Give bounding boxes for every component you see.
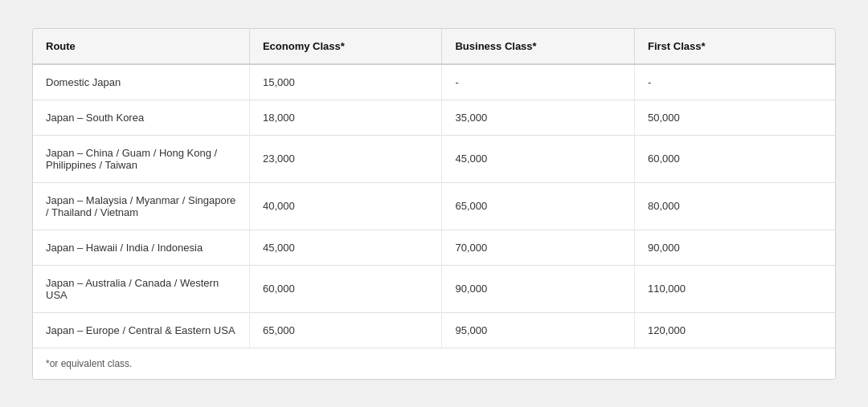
cell-first: 60,000: [634, 135, 835, 182]
header-route: Route: [33, 29, 249, 64]
cell-business: 35,000: [442, 100, 635, 135]
header-economy: Economy Class*: [249, 29, 442, 64]
cell-business: -: [442, 64, 635, 100]
cell-route: Japan – China / Guam / Hong Kong / Phili…: [33, 135, 249, 182]
table-row: Domestic Japan15,000--: [33, 64, 835, 100]
award-chart-table: Route Economy Class* Business Class* Fir…: [32, 28, 836, 380]
cell-first: 90,000: [634, 230, 835, 265]
cell-route: Japan – Australia / Canada / Western USA: [33, 265, 249, 312]
table-row: Japan – Europe / Central & Eastern USA65…: [33, 312, 835, 348]
cell-economy: 45,000: [249, 230, 442, 265]
cell-first: 50,000: [634, 100, 835, 135]
cell-business: 95,000: [442, 312, 635, 348]
cell-economy: 40,000: [249, 182, 442, 230]
table-row: Japan – Hawaii / India / Indonesia45,000…: [33, 230, 835, 265]
cell-route: Japan – South Korea: [33, 100, 249, 135]
cell-first: 120,000: [634, 312, 835, 348]
table-row: Japan – China / Guam / Hong Kong / Phili…: [33, 135, 835, 182]
table-header-row: Route Economy Class* Business Class* Fir…: [33, 29, 835, 64]
cell-economy: 15,000: [249, 64, 442, 100]
cell-economy: 65,000: [249, 312, 442, 348]
header-business: Business Class*: [442, 29, 635, 64]
cell-route: Japan – Malaysia / Myanmar / Singapore /…: [33, 182, 249, 230]
cell-economy: 60,000: [249, 265, 442, 312]
header-first: First Class*: [634, 29, 835, 64]
footer-note: *or equivalent class.: [33, 348, 835, 379]
cell-route: Japan – Hawaii / India / Indonesia: [33, 230, 249, 265]
table-row: Japan – South Korea18,00035,00050,000: [33, 100, 835, 135]
cell-economy: 23,000: [249, 135, 442, 182]
cell-first: 110,000: [634, 265, 835, 312]
cell-business: 65,000: [442, 182, 635, 230]
cell-economy: 18,000: [249, 100, 442, 135]
cell-business: 70,000: [442, 230, 635, 265]
table-row: Japan – Malaysia / Myanmar / Singapore /…: [33, 182, 835, 230]
cell-first: 80,000: [634, 182, 835, 230]
cell-route: Japan – Europe / Central & Eastern USA: [33, 312, 249, 348]
cell-business: 90,000: [442, 265, 635, 312]
cell-business: 45,000: [442, 135, 635, 182]
cell-route: Domestic Japan: [33, 64, 249, 100]
table-row: Japan – Australia / Canada / Western USA…: [33, 265, 835, 312]
cell-first: -: [634, 64, 835, 100]
